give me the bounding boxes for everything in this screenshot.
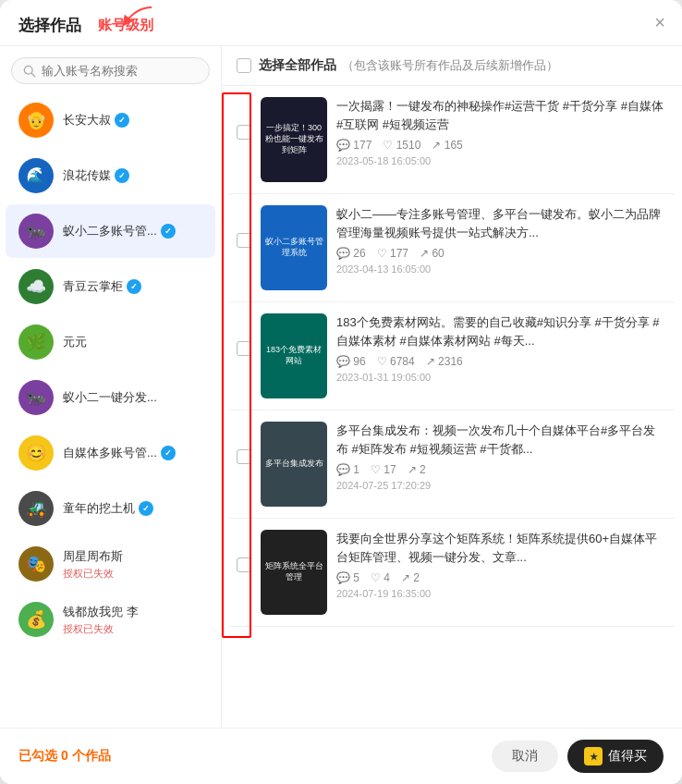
content-list: 一步搞定！300粉也能一键发布到矩阵一次揭露！一键发布的神秘操作#运营干货 #干… [222, 86, 682, 728]
verified-badge-a2 [115, 168, 129, 183]
modal-title: 选择作品 [18, 15, 81, 36]
account-info-a9: 周星周布斯授权已失效 [63, 548, 202, 581]
account-item-a3[interactable]: 🐜蚁小二多账号管... [6, 204, 215, 258]
account-item-a10[interactable]: 💰钱都放我兜 李授权已失效 [6, 593, 215, 646]
avatar-a6: 🐜 [18, 380, 54, 415]
content-meta-c1: 一次揭露！一键发布的神秘操作#运营干货 #干货分享 #自媒体 #互联网 #短视频… [336, 97, 667, 166]
account-item-a7[interactable]: 😊自媒体多账号管... [6, 426, 215, 480]
footer-selected-count: 已勾选 0 个作品 [18, 748, 492, 765]
account-item-a4[interactable]: ☁️青豆云掌柜 [6, 260, 215, 313]
content-title-c4: 多平台集成发布：视频一次发布几十个自媒体平台#多平台发布 #矩阵发布 #短视频运… [336, 422, 667, 458]
account-item-a5[interactable]: 🌿元元 [6, 315, 215, 369]
account-name-a1: 长安大叔 [63, 112, 202, 129]
account-info-a3: 蚁小二多账号管... [63, 223, 202, 239]
content-date-c4: 2024-07-25 17:20:29 [336, 480, 667, 491]
cancel-button[interactable]: 取消 [492, 741, 558, 772]
content-stats-c3: 💬 96♡ 6784↗ 2316 [336, 355, 667, 368]
auth-fail-a10: 授权已失效 [63, 622, 202, 636]
close-button[interactable]: × [654, 13, 665, 31]
account-name-a7: 自媒体多账号管... [63, 445, 202, 461]
select-all-desc: （包含该账号所有作品及后续新增作品） [342, 57, 558, 74]
content-item-c5: 矩阵系统全平台管理我要向全世界分享这个矩阵系统！矩阵系统提供60+自媒体平台矩阵… [229, 519, 675, 627]
svg-line-1 [31, 73, 35, 77]
account-info-a7: 自媒体多账号管... [63, 445, 202, 461]
content-checkbox-c4[interactable] [237, 449, 251, 464]
select-all-bar: 选择全部作品 （包含该账号所有作品及后续新增作品） [222, 46, 682, 86]
account-item-a6[interactable]: 🐜蚁小二一键分发... [6, 371, 215, 424]
avatar-a3: 🐜 [18, 214, 54, 249]
verified-badge-a3 [161, 224, 176, 239]
content-title-c5: 我要向全世界分享这个矩阵系统！矩阵系统提供60+自媒体平台矩阵管理、视频一键分发… [336, 530, 667, 566]
account-list: 👴长安大叔🌊浪花传媒🐜蚁小二多账号管...☁️青豆云掌柜🌿元元🐜蚁小二一键分发.… [0, 92, 221, 728]
account-name-a5: 元元 [63, 334, 202, 350]
content-stats-c1: 💬 177♡ 1510↗ 165 [336, 139, 667, 152]
select-all-checkbox[interactable] [237, 58, 251, 73]
content-item-c1: 一步搞定！300粉也能一键发布到矩阵一次揭露！一键发布的神秘操作#运营干货 #干… [229, 86, 675, 194]
account-info-a10: 钱都放我兜 李授权已失效 [63, 604, 202, 636]
content-meta-c5: 我要向全世界分享这个矩阵系统！矩阵系统提供60+自媒体平台矩阵管理、视频一键分发… [336, 530, 667, 599]
content-stats-c5: 💬 5♡ 4↗ 2 [336, 571, 667, 584]
avatar-a8: 🚜 [18, 491, 54, 526]
content-date-c1: 2023-05-18 16:05:00 [336, 155, 667, 166]
account-item-a2[interactable]: 🌊浪花传媒 [6, 149, 215, 202]
stat-share-c4: ↗ 2 [408, 463, 426, 476]
account-item-a1[interactable]: 👴长安大叔 [6, 93, 215, 147]
verified-badge-a4 [127, 279, 141, 294]
content-item-c3: 183个免费素材网站183个免费素材网站。需要的自己收藏#知识分享 #干货分享 … [229, 302, 675, 410]
account-name-a9: 周星周布斯 [63, 548, 202, 565]
search-box[interactable] [11, 57, 210, 84]
stat-share-c2: ↗ 60 [420, 247, 445, 260]
account-info-a2: 浪花传媒 [63, 167, 202, 184]
content-title-c3: 183个免费素材网站。需要的自己收藏#知识分享 #干货分享 #自媒体素材 #自媒… [336, 313, 667, 349]
account-info-a4: 青豆云掌柜 [63, 278, 202, 295]
content-checkbox-c5[interactable] [237, 557, 251, 572]
stat-like-c1: ♡ 1510 [383, 139, 420, 152]
search-input[interactable] [42, 64, 198, 78]
stat-comment-c5: 💬 5 [336, 571, 359, 584]
content-date-c3: 2023-01-31 19:05:00 [336, 372, 667, 383]
content-stats-c2: 💬 26♡ 177↗ 60 [336, 247, 667, 260]
stat-like-c4: ♡ 17 [371, 463, 396, 476]
content-item-c2: 蚁小二多账号管理系统蚁小二——专注多账号管理、多平台一键发布。蚁小二为品牌管理海… [229, 194, 675, 302]
left-panel: 👴长安大叔🌊浪花传媒🐜蚁小二多账号管...☁️青豆云掌柜🌿元元🐜蚁小二一键分发.… [0, 46, 222, 728]
modal-body: 👴长安大叔🌊浪花传媒🐜蚁小二多账号管...☁️青豆云掌柜🌿元元🐜蚁小二一键分发.… [0, 46, 682, 728]
content-thumb-c5: 矩阵系统全平台管理 [261, 530, 327, 615]
content-checkbox-c1[interactable] [237, 125, 251, 140]
verified-badge-a7 [161, 446, 176, 460]
stat-comment-c3: 💬 96 [336, 355, 366, 368]
account-name-a2: 浪花传媒 [63, 167, 202, 184]
right-panel: 作品级别 选择全部作品 （包含该账号所有作品及后续新增作品） 一步搞定！300粉… [222, 46, 682, 728]
content-meta-c3: 183个免费素材网站。需要的自己收藏#知识分享 #干货分享 #自媒体素材 #自媒… [336, 313, 667, 383]
content-thumb-c2: 蚁小二多账号管理系统 [261, 205, 327, 290]
content-stats-c4: 💬 1♡ 17↗ 2 [336, 463, 667, 476]
search-icon [23, 65, 36, 78]
modal-header: 选择作品 账号级别 × [0, 0, 682, 46]
content-checkbox-c3[interactable] [237, 341, 251, 356]
stat-like-c5: ♡ 4 [371, 571, 390, 584]
content-date-c5: 2024-07-19 16:35:00 [336, 588, 667, 599]
account-info-a1: 长安大叔 [63, 112, 202, 129]
content-date-c2: 2023-04-13 16:05:00 [336, 263, 667, 275]
verified-badge-a1 [115, 113, 129, 128]
account-item-a8[interactable]: 🚜童年的挖土机 [6, 482, 215, 535]
content-thumb-c1: 一步搞定！300粉也能一键发布到矩阵 [261, 97, 327, 182]
stat-share-c1: ↗ 165 [432, 139, 462, 152]
account-name-a3: 蚁小二多账号管... [63, 223, 202, 239]
avatar-a10: 💰 [18, 602, 54, 637]
confirm-button[interactable]: ★ 值得买 [567, 740, 664, 773]
content-thumb-c4: 多平台集成发布 [261, 422, 327, 507]
content-title-c2: 蚁小二——专注多账号管理、多平台一键发布。蚁小二为品牌管理海量视频账号提供一站式… [336, 205, 667, 241]
content-meta-c4: 多平台集成发布：视频一次发布几十个自媒体平台#多平台发布 #矩阵发布 #短视频运… [336, 422, 667, 491]
stat-like-c2: ♡ 177 [377, 247, 408, 260]
confirm-icon: ★ [584, 747, 603, 766]
stat-share-c3: ↗ 2316 [426, 355, 463, 368]
avatar-a1: 👴 [18, 103, 54, 138]
account-info-a5: 元元 [63, 334, 202, 350]
select-works-modal: 选择作品 账号级别 × [0, 0, 682, 784]
account-info-a6: 蚁小二一键分发... [63, 389, 202, 406]
content-checkbox-c2[interactable] [237, 233, 251, 248]
stat-like-c3: ♡ 6784 [377, 355, 415, 368]
account-item-a9[interactable]: 🎭周星周布斯授权已失效 [6, 537, 215, 591]
account-level-label: 账号级别 [98, 17, 153, 34]
account-name-a8: 童年的挖土机 [63, 500, 202, 517]
